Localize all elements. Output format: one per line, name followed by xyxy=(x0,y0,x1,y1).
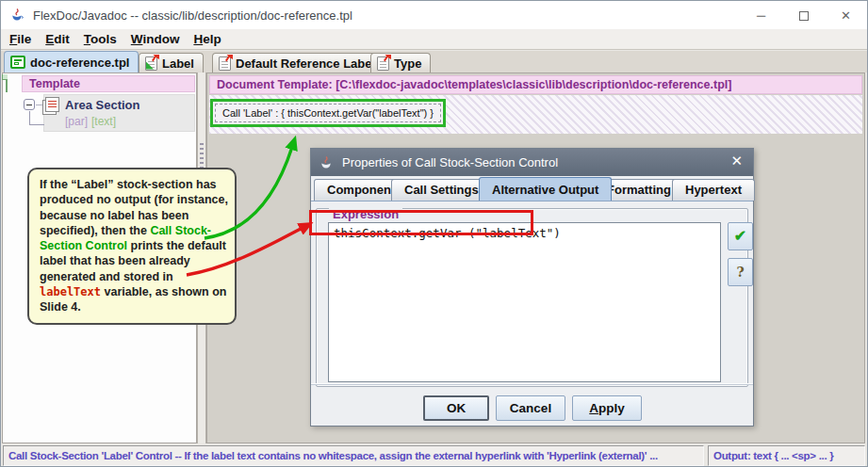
apply-button-label: Apply xyxy=(589,396,625,420)
tab-default-reference-label[interactable]: Default Reference Label xyxy=(212,53,385,72)
window-title: FlexDoc/Javadoc -- classic/lib/descripti… xyxy=(33,8,352,23)
validate-expression-button[interactable]: ✔ xyxy=(728,222,753,250)
dialog-tab-hypertext[interactable]: Hypertext xyxy=(672,179,755,201)
tree-node-area-section[interactable]: Area Section xyxy=(65,98,139,112)
call-stock-section-component[interactable]: Call 'Label' : { thisContext.getVar("lab… xyxy=(215,104,441,122)
area-section-icon xyxy=(45,97,59,112)
dialog-tab-call-settings[interactable]: Call Settings xyxy=(391,179,492,201)
par-token: [par] xyxy=(65,115,88,128)
template-page-icon xyxy=(6,74,8,92)
status-message: Call Stock-Section 'Label' Control -- If… xyxy=(3,445,704,466)
dialog-button-row: OK Cancel Apply xyxy=(311,384,753,426)
cancel-button[interactable]: Cancel xyxy=(496,395,565,421)
stock-section-icon xyxy=(219,56,231,71)
stock-section-icon xyxy=(145,56,157,71)
tab-label: Label xyxy=(162,56,194,71)
tab-label: Default Reference Label xyxy=(236,56,375,71)
tree-connector xyxy=(36,105,44,105)
text-token: [text] xyxy=(91,115,116,128)
status-output: Output: text { ... <sp> ... } xyxy=(708,445,865,466)
template-icon xyxy=(10,56,25,69)
red-highlight-box xyxy=(309,210,533,235)
app-window: FlexDoc/Javadoc -- classic/lib/descripti… xyxy=(0,0,868,467)
properties-dialog: Properties of Call Stock-Section Control… xyxy=(310,148,754,427)
dialog-title: Properties of Call Stock-Section Control xyxy=(342,155,558,169)
dialog-close-icon[interactable]: ✕ xyxy=(730,153,743,169)
stock-section-icon xyxy=(377,56,389,71)
tab-type[interactable]: Type xyxy=(370,53,431,72)
title-bar: FlexDoc/Javadoc -- classic/lib/descripti… xyxy=(1,1,867,29)
maximize-icon[interactable] xyxy=(782,8,825,23)
menu-window[interactable]: Window xyxy=(125,32,186,46)
java-icon xyxy=(9,8,25,23)
apply-button[interactable]: Apply xyxy=(572,395,642,421)
dialog-title-bar[interactable]: Properties of Call Stock-Section Control… xyxy=(311,149,753,176)
tree-collapse-icon[interactable] xyxy=(24,99,35,110)
tree-node-children[interactable]: [par][text] xyxy=(65,115,116,128)
template-panel-header: Template xyxy=(22,75,195,92)
menu-bar: File Edit Tools Window Help xyxy=(1,29,867,50)
document-template-path-header: Document Template: [C:\flexdoc-javadoc\t… xyxy=(209,75,862,94)
minimize-icon[interactable]: ─ xyxy=(740,8,782,23)
call-component-highlight: Call 'Label' : { thisContext.getVar("lab… xyxy=(210,99,446,127)
menu-tools[interactable]: Tools xyxy=(78,32,123,46)
tab-label-section[interactable]: Label xyxy=(139,53,204,72)
document-tab-bar: doc-reference.tpl Label Default Referenc… xyxy=(1,51,867,72)
tab-label: doc-reference.tpl xyxy=(30,56,129,70)
menu-help[interactable]: Help xyxy=(188,32,226,46)
menu-edit[interactable]: Edit xyxy=(40,32,75,46)
tab-label: Type xyxy=(394,56,421,71)
tree-connector xyxy=(29,111,44,125)
annotation-callout: If the “Label” stock-section has produce… xyxy=(27,168,237,325)
tab-doc-reference[interactable]: doc-reference.tpl xyxy=(4,51,139,72)
ok-button[interactable]: OK xyxy=(423,395,489,421)
close-icon[interactable]: ✕ xyxy=(825,8,867,23)
dialog-tab-alternative-output[interactable]: Alternative Output xyxy=(479,177,612,201)
callout-red-text: labelText xyxy=(40,285,101,298)
expression-input[interactable]: thisContext.getVar ("labelText") xyxy=(328,222,721,382)
expression-help-button[interactable]: ? xyxy=(728,258,753,286)
menu-file[interactable]: File xyxy=(4,32,37,46)
dialog-tab-bar: Component Call Settings Alternative Outp… xyxy=(311,176,753,201)
status-bar: Call Stock-Section 'Label' Control -- If… xyxy=(1,445,867,466)
java-icon xyxy=(319,155,334,170)
